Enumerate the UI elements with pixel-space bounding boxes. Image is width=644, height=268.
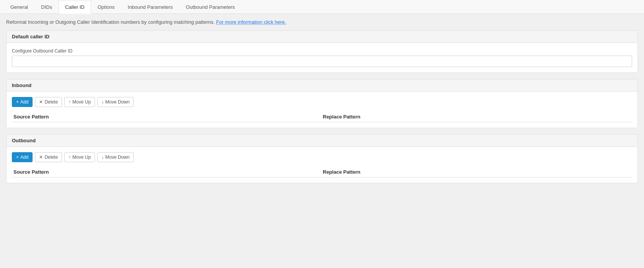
- inbound-table-header: Source Pattern Replace Pattern: [12, 112, 632, 122]
- default-caller-id-header: Default caller ID: [7, 31, 637, 43]
- inbound-move-down-label: Move Down: [105, 99, 129, 105]
- info-bar: Reformat Incoming or Outgoing Caller Ide…: [6, 19, 638, 25]
- info-link[interactable]: For more information click here.: [216, 19, 286, 25]
- outbound-table-header: Source Pattern Replace Pattern: [12, 167, 632, 178]
- outbound-add-label: Add: [20, 155, 28, 160]
- outbound-move-up-label: Move Up: [72, 155, 91, 160]
- outbound-body: + Add ✕ Delete ↑ Move Up ↓ Move Down Sou…: [7, 147, 637, 183]
- inbound-body: + Add ✕ Delete ↑ Move Up ↓ Move Down Sou…: [7, 92, 637, 128]
- configure-outbound-input[interactable]: [12, 56, 632, 67]
- outbound-card: Outbound + Add ✕ Delete ↑ Move Up ↓ Move: [6, 134, 638, 183]
- inbound-move-up-label: Move Up: [72, 99, 91, 105]
- tab-outbound-parameters[interactable]: Outbound Parameters: [179, 0, 241, 14]
- inbound-header: Inbound: [7, 79, 637, 92]
- default-caller-id-card: Default caller ID Configure Outbound Cal…: [6, 30, 638, 73]
- configure-outbound-label: Configure Outbound Caller ID: [12, 48, 632, 54]
- info-text: Reformat Incoming or Outgoing Caller Ide…: [6, 19, 215, 25]
- outbound-move-down-arrow-icon: ↓: [101, 155, 104, 160]
- inbound-title: Inbound: [12, 82, 31, 88]
- tab-general[interactable]: General: [4, 0, 34, 14]
- outbound-delete-x-icon: ✕: [39, 155, 43, 160]
- inbound-delete-button[interactable]: ✕ Delete: [35, 97, 62, 107]
- outbound-move-up-arrow-icon: ↑: [69, 155, 71, 160]
- page-content: Reformat Incoming or Outgoing Caller Ide…: [0, 14, 644, 195]
- inbound-add-plus-icon: +: [16, 99, 19, 105]
- inbound-add-button[interactable]: + Add: [12, 97, 33, 107]
- outbound-move-up-button[interactable]: ↑ Move Up: [64, 152, 95, 162]
- outbound-delete-button[interactable]: ✕ Delete: [35, 152, 62, 162]
- outbound-move-down-button[interactable]: ↓ Move Down: [97, 152, 134, 162]
- outbound-title: Outbound: [12, 138, 36, 143]
- default-caller-id-title: Default caller ID: [12, 34, 49, 39]
- outbound-toolbar: + Add ✕ Delete ↑ Move Up ↓ Move Down: [12, 152, 632, 162]
- inbound-delete-x-icon: ✕: [39, 99, 43, 105]
- outbound-delete-label: Delete: [44, 155, 58, 160]
- inbound-move-up-button[interactable]: ↑ Move Up: [64, 97, 95, 107]
- inbound-toolbar: + Add ✕ Delete ↑ Move Up ↓ Move Down: [12, 97, 632, 107]
- default-caller-id-body: Configure Outbound Caller ID: [7, 43, 637, 72]
- inbound-add-label: Add: [20, 99, 28, 105]
- outbound-add-button[interactable]: + Add: [12, 152, 33, 162]
- inbound-delete-label: Delete: [44, 99, 58, 105]
- inbound-move-down-arrow-icon: ↓: [101, 99, 104, 105]
- outbound-source-pattern-col: Source Pattern: [12, 169, 323, 175]
- inbound-move-down-button[interactable]: ↓ Move Down: [97, 97, 134, 107]
- outbound-header: Outbound: [7, 135, 637, 147]
- tab-inbound-parameters[interactable]: Inbound Parameters: [121, 0, 180, 14]
- tab-dids[interactable]: DIDs: [34, 0, 59, 14]
- inbound-replace-pattern-col: Replace Pattern: [323, 114, 632, 120]
- inbound-card: Inbound + Add ✕ Delete ↑ Move Up ↓ Move: [6, 79, 638, 128]
- inbound-move-up-arrow-icon: ↑: [69, 99, 71, 105]
- tab-caller-id[interactable]: Caller ID: [59, 0, 91, 14]
- tab-bar: General DIDs Caller ID Options Inbound P…: [0, 0, 644, 14]
- tab-options[interactable]: Options: [91, 0, 121, 14]
- outbound-replace-pattern-col: Replace Pattern: [323, 169, 632, 175]
- outbound-move-down-label: Move Down: [105, 155, 129, 160]
- outbound-add-plus-icon: +: [16, 155, 19, 160]
- inbound-source-pattern-col: Source Pattern: [12, 114, 323, 120]
